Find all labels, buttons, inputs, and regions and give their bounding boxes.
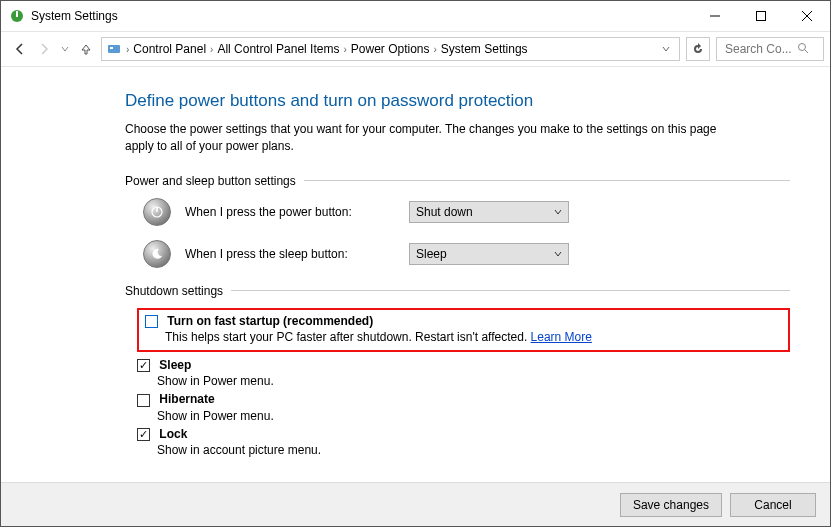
forward-button[interactable] — [35, 40, 53, 58]
chevron-right-icon: › — [434, 44, 437, 55]
setting-desc: Show in account picture menu. — [157, 443, 790, 457]
sleep-button-label: When I press the sleep button: — [185, 247, 395, 261]
sleep-button-row: When I press the sleep button: Sleep — [143, 240, 790, 268]
power-button-row: When I press the power button: Shut down — [143, 198, 790, 226]
setting-desc-text: This helps start your PC faster after sh… — [165, 330, 527, 344]
section-label: Shutdown settings — [125, 284, 223, 298]
power-button-dropdown[interactable]: Shut down — [409, 201, 569, 223]
setting-desc: Show in Power menu. — [157, 374, 790, 388]
footer: Save changes Cancel — [1, 482, 830, 526]
search-input[interactable] — [723, 41, 793, 57]
hibernate-checkbox[interactable] — [137, 394, 150, 407]
breadcrumb[interactable]: › Control Panel › All Control Panel Item… — [101, 37, 680, 61]
sleep-checkbox[interactable]: ✓ — [137, 359, 150, 372]
power-icon — [143, 198, 171, 226]
fast-startup-checkbox[interactable] — [145, 315, 158, 328]
chevron-down-icon — [554, 247, 562, 261]
svg-rect-1 — [16, 11, 18, 17]
sleep-setting: ✓ Sleep Show in Power menu. — [137, 358, 790, 388]
svg-line-9 — [805, 50, 808, 53]
app-icon — [9, 8, 25, 24]
search-box[interactable] — [716, 37, 824, 61]
window-title: System Settings — [31, 9, 118, 23]
chevron-right-icon: › — [126, 44, 129, 55]
chevron-right-icon: › — [343, 44, 346, 55]
content-area: Define power buttons and turn on passwor… — [1, 67, 830, 471]
setting-desc: This helps start your PC faster after sh… — [165, 330, 782, 344]
chevron-right-icon: › — [210, 44, 213, 55]
lock-checkbox[interactable]: ✓ — [137, 428, 150, 441]
sleep-icon — [143, 240, 171, 268]
breadcrumb-item[interactable]: System Settings — [441, 42, 528, 56]
svg-rect-3 — [757, 12, 766, 21]
breadcrumb-item[interactable]: All Control Panel Items — [217, 42, 339, 56]
titlebar: System Settings — [1, 1, 830, 31]
navbar: › Control Panel › All Control Panel Item… — [1, 31, 830, 67]
setting-title: Sleep — [159, 358, 191, 372]
power-button-label: When I press the power button: — [185, 205, 395, 219]
control-panel-icon — [106, 41, 122, 57]
dropdown-value: Shut down — [416, 205, 473, 219]
save-button[interactable]: Save changes — [620, 493, 722, 517]
search-icon — [797, 42, 809, 57]
back-button[interactable] — [11, 40, 29, 58]
lock-setting: ✓ Lock Show in account picture menu. — [137, 427, 790, 457]
up-button[interactable] — [77, 40, 95, 58]
maximize-button[interactable] — [738, 1, 784, 31]
page-title: Define power buttons and turn on passwor… — [125, 91, 790, 111]
breadcrumb-dropdown[interactable] — [657, 42, 675, 56]
svg-point-8 — [799, 43, 806, 50]
setting-title: Lock — [159, 427, 187, 441]
minimize-button[interactable] — [692, 1, 738, 31]
page-description: Choose the power settings that you want … — [125, 121, 735, 156]
section-label: Power and sleep button settings — [125, 174, 296, 188]
close-button[interactable] — [784, 1, 830, 31]
dropdown-value: Sleep — [416, 247, 447, 261]
svg-rect-7 — [110, 47, 113, 49]
history-dropdown[interactable] — [59, 45, 71, 53]
setting-title: Turn on fast startup (recommended) — [167, 314, 373, 328]
breadcrumb-item[interactable]: Power Options — [351, 42, 430, 56]
breadcrumb-item[interactable]: Control Panel — [133, 42, 206, 56]
learn-more-link[interactable]: Learn More — [531, 330, 592, 344]
cancel-button[interactable]: Cancel — [730, 493, 816, 517]
refresh-button[interactable] — [686, 37, 710, 61]
setting-desc: Show in Power menu. — [157, 409, 790, 423]
setting-title: Hibernate — [159, 392, 214, 406]
section-shutdown-header: Shutdown settings — [125, 284, 790, 298]
section-buttons-header: Power and sleep button settings — [125, 174, 790, 188]
fast-startup-setting: Turn on fast startup (recommended) This … — [137, 308, 790, 352]
svg-rect-6 — [108, 45, 120, 53]
hibernate-setting: Hibernate Show in Power menu. — [137, 392, 790, 422]
sleep-button-dropdown[interactable]: Sleep — [409, 243, 569, 265]
chevron-down-icon — [554, 205, 562, 219]
